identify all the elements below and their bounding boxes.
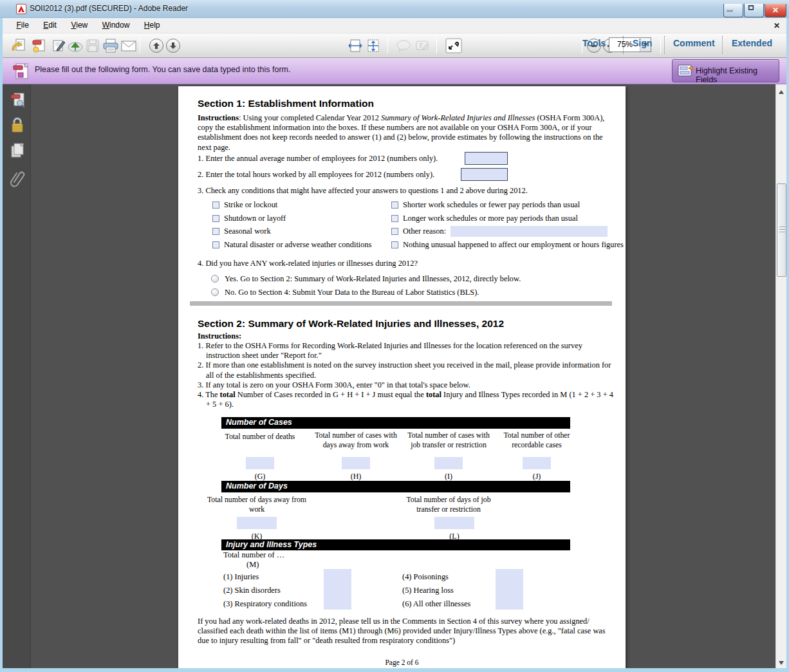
types-total-label: Total number of …	[223, 550, 284, 560]
poisonings-input[interactable]	[496, 569, 523, 583]
email-icon[interactable]	[120, 39, 136, 53]
nothing-unusual-checkbox[interactable]	[391, 241, 398, 248]
tools-button[interactable]: Tools	[582, 38, 606, 48]
close-button[interactable]: ✕	[765, 4, 786, 17]
checkbox-label: Nothing unusual happened to affect our e…	[403, 240, 624, 250]
sign-pen-icon[interactable]	[51, 39, 66, 53]
cases-header-bar: Number of Cases	[221, 417, 570, 429]
hours-input[interactable]	[461, 168, 508, 181]
column-header: Total number of cases with days away fro…	[311, 431, 401, 449]
previous-page-button[interactable]	[149, 39, 163, 53]
other-reason-input[interactable]	[450, 226, 608, 237]
vertical-scrollbar[interactable]	[775, 84, 786, 668]
shutdown-checkbox[interactable]	[212, 215, 219, 222]
section-divider	[190, 301, 612, 306]
menu-window[interactable]: Window	[97, 18, 136, 32]
section2-instructions: 1. Refer to the OSHA Forms for Recording…	[198, 341, 617, 409]
menu-file[interactable]: File	[10, 18, 34, 32]
next-page-button[interactable]	[166, 39, 180, 53]
question3-label: 3. Check any conditions that might have …	[198, 186, 528, 196]
instruction-item: 1. Refer to the OSHA Forms for Recording…	[198, 341, 617, 360]
job-transfer-cases-input[interactable]	[434, 457, 463, 469]
longer-schedule-checkbox[interactable]	[391, 215, 398, 222]
checkbox-label: Other reason:	[403, 227, 446, 236]
highlight-fields-label: Highlight Existing Fields	[696, 66, 779, 84]
employees-input[interactable]	[465, 152, 508, 165]
fullscreen-icon[interactable]	[445, 38, 461, 53]
type-label: (4) Poisonings	[402, 572, 449, 582]
types-header-bar: Injury and Illness Types	[221, 539, 570, 550]
days-away-input[interactable]	[237, 517, 277, 529]
open-icon[interactable]	[11, 39, 26, 53]
toolbar: / 6	[3, 33, 786, 58]
window-border-right	[786, 18, 789, 672]
pdf-page: Section 1: Establishment Information Ins…	[178, 86, 626, 668]
instruction-item: 2. If more than one establishment is not…	[198, 360, 617, 380]
scroll-up-icon[interactable]	[776, 84, 787, 95]
disaster-checkbox[interactable]	[212, 241, 219, 248]
menu-help[interactable]: Help	[138, 18, 166, 32]
days-away-cases-input[interactable]	[342, 457, 370, 469]
fit-width-icon[interactable]	[348, 39, 363, 53]
column-letter: (J)	[517, 472, 556, 481]
injuries-input[interactable]	[324, 569, 351, 583]
close-document-icon[interactable]: ✕	[774, 21, 780, 30]
question4-label: 4. Did you have ANY work-related injurie…	[198, 259, 418, 268]
comment-button[interactable]: Comment	[673, 38, 715, 48]
fit-page-icon[interactable]	[366, 39, 381, 53]
type-label: (1) Injuries	[223, 572, 259, 582]
type-label: (2) Skin disorders	[223, 586, 281, 595]
scrollbar-thumb[interactable]	[777, 183, 786, 277]
yes-radio[interactable]	[211, 275, 219, 283]
menu-edit[interactable]: Edit	[37, 18, 62, 32]
sign-button[interactable]: Sign	[633, 38, 652, 48]
pdf-create-icon[interactable]	[32, 39, 47, 53]
other-reason-checkbox[interactable]	[391, 228, 398, 235]
navigation-pane	[3, 84, 31, 668]
hearing-loss-input[interactable]	[496, 583, 523, 596]
column-header: Total number of cases with job transfer …	[404, 431, 494, 449]
cloud-upload-icon[interactable]	[67, 39, 82, 53]
seasonal-checkbox[interactable]	[212, 228, 219, 235]
column-letter: (G)	[241, 472, 279, 481]
checkbox-label: Shorter work schedules or fewer pay peri…	[403, 200, 580, 210]
highlight-fields-icon	[678, 64, 693, 80]
save-icon	[85, 39, 100, 53]
deaths-input[interactable]	[246, 457, 274, 469]
days-transfer-input[interactable]	[434, 517, 474, 529]
days-header-bar: Number of Days	[221, 481, 570, 492]
security-lock-icon[interactable]	[9, 117, 26, 133]
window-border-bottom	[0, 668, 789, 672]
restore-button[interactable]	[744, 4, 764, 17]
print-icon[interactable]	[102, 39, 118, 53]
section1-heading: Section 1: Establishment Information	[198, 98, 374, 109]
window-title: SOII2012 (3).pdf (SECURED) - Adobe Reade…	[30, 4, 188, 13]
deaths-note: If you had any work-related deaths in 20…	[198, 617, 617, 646]
menu-bar: File Edit View Window Help	[3, 18, 786, 33]
highlight-fields-button[interactable]: Highlight Existing Fields	[672, 59, 779, 82]
no-radio[interactable]	[211, 288, 219, 296]
checkbox-label: Shutdown or layoff	[224, 214, 286, 223]
form-message: Please fill out the following form. You …	[35, 65, 290, 74]
pages-icon[interactable]	[9, 142, 26, 159]
type-label: (6) All other illnesses	[402, 599, 470, 609]
respiratory-input[interactable]	[324, 596, 351, 610]
menu-view[interactable]: View	[65, 18, 93, 32]
column-header: Total number of deaths	[215, 432, 305, 442]
skin-disorders-input[interactable]	[324, 583, 351, 596]
scroll-down-icon[interactable]	[776, 657, 787, 668]
other-recordable-cases-input[interactable]	[523, 457, 551, 469]
types-total-letter: (M)	[246, 560, 259, 570]
paperclip-icon[interactable]	[9, 169, 26, 186]
instruction-item: 4. The total Number of Cases recorded in…	[198, 390, 617, 409]
page-footer: Page 2 of 6	[178, 658, 626, 667]
shorter-schedule-checkbox[interactable]	[391, 201, 398, 209]
title-bar: SOII2012 (3).pdf (SECURED) - Adobe Reade…	[0, 0, 789, 18]
minimize-button[interactable]	[723, 4, 743, 17]
page-thumbnails-icon[interactable]	[9, 92, 26, 109]
other-illnesses-input[interactable]	[496, 596, 523, 610]
strike-checkbox[interactable]	[212, 201, 219, 209]
checkbox-label: Longer work schedules or more pay period…	[403, 214, 578, 223]
text-markup-icon: T	[414, 39, 430, 53]
extended-button[interactable]: Extended	[732, 38, 772, 48]
